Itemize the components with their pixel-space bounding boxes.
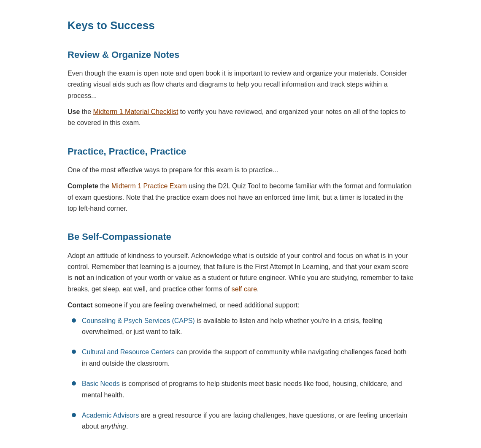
bullet-dot-basic-needs: [72, 381, 76, 386]
practice-complete-bold: Complete: [68, 182, 98, 190]
list-item-advisors: Academic Advisors are a great resource i…: [72, 410, 413, 432]
section-heading-practice: Practice, Practice, Practice: [68, 144, 413, 159]
midterm1-checklist-link[interactable]: Midterm 1 Material Checklist: [93, 108, 178, 115]
page-title: Keys to Success: [68, 17, 413, 35]
review-notes-para2: Use the Midterm 1 Material Checklist to …: [68, 106, 413, 129]
bullet-dot-cultural: [72, 350, 76, 354]
advisors-link[interactable]: Academic Advisors: [82, 412, 139, 419]
review-notes-use-bold: Use: [68, 108, 80, 115]
section-practice: Practice, Practice, Practice One of the …: [68, 144, 413, 214]
cultural-link[interactable]: Cultural and Resource Centers: [82, 348, 175, 356]
contact-bold: Contact: [68, 301, 93, 309]
practice-para1: One of the most effective ways to prepar…: [68, 165, 413, 176]
bullet-dot-caps: [72, 318, 76, 323]
self-compassion-para1: Adopt an attitude of kindness to yoursel…: [68, 250, 413, 295]
contact-intro: Contact someone if you are feeling overw…: [68, 300, 413, 311]
section-self-compassion: Be Self-Compassionate Adopt an attitude …: [68, 229, 413, 432]
contact-list: Counseling & Psych Services (CAPS) is av…: [68, 315, 413, 432]
anything-italic: anything: [100, 423, 126, 430]
section-review-notes: Review & Organize Notes Even though the …: [68, 47, 413, 129]
advisors-text: Academic Advisors are a great resource i…: [82, 410, 413, 432]
practice-para2: Complete the Midterm 1 Practice Exam usi…: [68, 181, 413, 214]
midterm1-practice-exam-link[interactable]: Midterm 1 Practice Exam: [111, 182, 187, 190]
not-bold: not: [74, 274, 85, 281]
page-container: Keys to Success Review & Organize Notes …: [51, 0, 430, 448]
basic-needs-text: Basic Needs is comprised of programs to …: [82, 378, 413, 401]
caps-link[interactable]: Counseling & Psych Services (CAPS): [82, 317, 195, 324]
list-item-cultural: Cultural and Resource Centers can provid…: [72, 347, 413, 369]
section-heading-review-notes: Review & Organize Notes: [68, 47, 413, 62]
review-notes-para1: Even though the exam is open note and op…: [68, 68, 413, 101]
cultural-text: Cultural and Resource Centers can provid…: [82, 347, 413, 369]
self-care-link[interactable]: self care: [232, 285, 257, 293]
bullet-dot-advisors: [72, 413, 76, 417]
basic-needs-link[interactable]: Basic Needs: [82, 380, 120, 387]
list-item-basic-needs: Basic Needs is comprised of programs to …: [72, 378, 413, 401]
section-heading-self-compassion: Be Self-Compassionate: [68, 229, 413, 244]
list-item-caps: Counseling & Psych Services (CAPS) is av…: [72, 315, 413, 338]
caps-text: Counseling & Psych Services (CAPS) is av…: [82, 315, 413, 338]
